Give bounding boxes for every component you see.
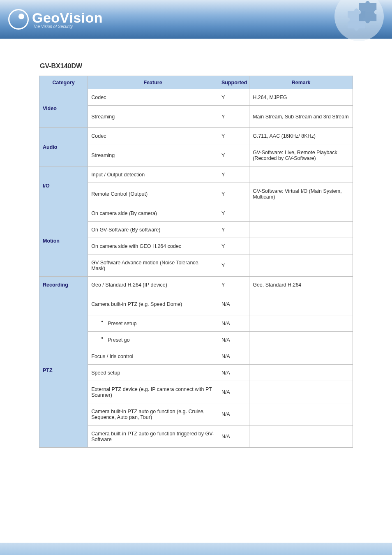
remark-cell <box>249 332 353 348</box>
feature-cell: GV-Software Advance motion (Noise Tolera… <box>88 254 218 277</box>
supported-cell: Y <box>218 254 249 277</box>
feature-cell: Streaming <box>88 144 218 166</box>
supported-cell: N/A <box>218 348 249 365</box>
table-header-row: Category Feature Supported Remark <box>39 76 353 89</box>
remark-cell <box>249 166 353 183</box>
category-cell: Recording <box>39 277 88 293</box>
table-row: AudioCodecYG.711, AAC (16KHz/ 8KHz) <box>39 128 353 144</box>
remark-cell: Main Stream, Sub Stream and 3rd Stream <box>249 106 353 128</box>
supported-cell: Y <box>218 238 249 254</box>
remark-cell: GV-Software: Virtual I/O (Main System, M… <box>249 183 353 205</box>
supported-cell: Y <box>218 222 249 238</box>
supported-cell: N/A <box>218 315 249 332</box>
remark-cell <box>249 254 353 277</box>
supported-cell: Y <box>218 277 249 293</box>
category-cell: Audio <box>39 128 88 166</box>
supported-cell: N/A <box>218 426 249 448</box>
remark-cell <box>249 205 353 222</box>
feature-cell: Geo / Standard H.264 (IP device) <box>88 277 218 293</box>
feature-cell: Codec <box>88 89 218 106</box>
supported-cell: N/A <box>218 365 249 381</box>
feature-cell: Preset go <box>88 332 218 348</box>
page-header: GeoVision The Vision of Security <box>0 0 392 39</box>
table-row: PTZCamera built-in PTZ (e.g. Speed Dome)… <box>39 293 353 315</box>
brand-text: GeoVision The Vision of Security <box>32 10 103 29</box>
remark-cell: G.711, AAC (16KHz/ 8KHz) <box>249 128 353 144</box>
supported-cell: Y <box>218 205 249 222</box>
remark-cell <box>249 381 353 403</box>
supported-cell: Y <box>218 166 249 183</box>
feature-cell: Streaming <box>88 106 218 128</box>
logo-mark-icon <box>8 9 29 30</box>
feature-cell: Preset setup <box>88 315 218 332</box>
remark-cell <box>249 365 353 381</box>
table-row: MotionOn camera side (By camera)Y <box>39 205 353 222</box>
svg-point-0 <box>334 0 384 41</box>
supported-cell: N/A <box>218 293 249 315</box>
remark-cell: H.264, MJPEG <box>249 89 353 106</box>
table-row: VideoCodecYH.264, MJPEG <box>39 89 353 106</box>
category-cell: PTZ <box>39 293 88 448</box>
remark-cell <box>249 426 353 448</box>
feature-cell: Focus / Iris control <box>88 348 218 365</box>
remark-cell <box>249 222 353 238</box>
feature-cell: On camera side with GEO H.264 codec <box>88 238 218 254</box>
supported-cell: Y <box>218 183 249 205</box>
feature-cell: Input / Output detection <box>88 166 218 183</box>
table-row: RecordingGeo / Standard H.264 (IP device… <box>39 277 353 293</box>
remark-cell: GV-Software: Live, Remote Playback (Reco… <box>249 144 353 166</box>
remark-cell <box>249 238 353 254</box>
col-header-supported: Supported <box>218 76 249 89</box>
feature-cell: Camera built-in PTZ (e.g. Speed Dome) <box>88 293 218 315</box>
feature-cell: Camera built-in PTZ auto go function tri… <box>88 426 218 448</box>
feature-cell: Codec <box>88 128 218 144</box>
col-header-category: Category <box>39 76 88 89</box>
supported-cell: Y <box>218 106 249 128</box>
supported-cell: N/A <box>218 332 249 348</box>
feature-cell: External PTZ device (e.g. IP camera conn… <box>88 381 218 403</box>
category-cell: Motion <box>39 205 88 277</box>
table-row: I/OInput / Output detectionY <box>39 166 353 183</box>
remark-cell <box>249 315 353 332</box>
supported-cell: N/A <box>218 381 249 403</box>
supported-cell: N/A <box>218 403 249 426</box>
page-footer-strip <box>0 543 392 555</box>
brand-name: GeoVision <box>32 10 103 26</box>
remark-cell <box>249 348 353 365</box>
feature-cell: Camera built-in PTZ auto go function (e.… <box>88 403 218 426</box>
supported-cell: Y <box>218 128 249 144</box>
feature-cell: On GV-Software (By software) <box>88 222 218 238</box>
feature-cell: On camera side (By camera) <box>88 205 218 222</box>
category-cell: Video <box>39 89 88 128</box>
supported-cell: Y <box>218 89 249 106</box>
remark-cell <box>249 293 353 315</box>
feature-table: Category Feature Supported Remark VideoC… <box>39 76 353 448</box>
feature-cell: Speed setup <box>88 365 218 381</box>
brand-tagline: The Vision of Security <box>33 24 103 29</box>
feature-cell: Remote Control (Output) <box>88 183 218 205</box>
page-content: GV-BX140DW Category Feature Supported Re… <box>0 39 392 464</box>
col-header-feature: Feature <box>88 76 218 89</box>
category-cell: I/O <box>39 166 88 205</box>
col-header-remark: Remark <box>249 76 353 89</box>
remark-cell <box>249 403 353 426</box>
supported-cell: Y <box>218 144 249 166</box>
brand-logo: GeoVision The Vision of Security <box>8 9 103 30</box>
section-heading: GV-BX140DW <box>40 62 353 70</box>
remark-cell: Geo, Standard H.264 <box>249 277 353 293</box>
